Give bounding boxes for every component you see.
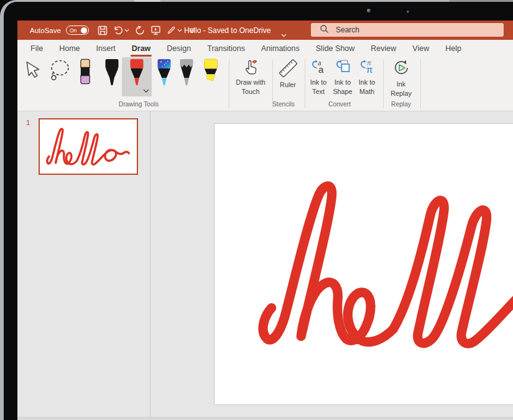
workspace: 1 [17,111,513,420]
autosave-label: AutoSave [30,27,61,34]
group-separator [229,59,229,108]
ribbon-tab-bar: File Home Insert Draw Design Transitions… [17,40,513,57]
tab-review[interactable]: Review [363,40,404,57]
quick-access-toolbar [98,25,196,35]
ink-to-shape-button[interactable]: Ink to Shape [330,59,356,96]
titlebar: AutoSave On [17,21,513,40]
select-tool-icon[interactable] [25,60,42,82]
tab-view[interactable]: View [404,40,437,57]
toggle-knob [81,27,87,34]
tab-design[interactable]: Design [159,40,199,57]
pen-options-chevron-icon[interactable] [143,84,149,95]
tab-animations[interactable]: Animations [253,40,308,57]
document-title[interactable]: Hello - Saved to OneDrive [184,21,270,40]
search-icon [320,24,329,36]
redo-icon[interactable] [135,26,145,35]
bottom-strip [17,417,513,420]
ruler-icon [279,59,297,80]
group-separator [420,59,421,108]
title-chevron-icon[interactable] [281,29,287,40]
tablet-device: AutoSave On [0,0,513,420]
powerpoint-window: AutoSave On [17,21,513,420]
tab-slide-show[interactable]: Slide Show [308,40,363,57]
autosave-toggle[interactable]: On [66,26,89,35]
touch-hand-icon [243,59,259,78]
pencil-icon[interactable] [178,58,195,90]
drawing-tools-group-label: Drawing Tools [98,101,179,108]
slide-thumbnail-selected[interactable] [39,118,138,175]
stencils-group-label: Stencils [265,101,302,108]
search-box[interactable] [311,23,504,37]
ink-to-math-button[interactable]: ππ Ink to Math [354,59,379,96]
save-icon[interactable] [98,26,108,35]
replay-group-label: Replay [382,101,420,108]
ink-to-text-button[interactable]: aa Ink to Text [306,59,331,96]
ruler-button[interactable]: Ruler [274,59,302,90]
draw-with-touch-button[interactable]: Draw with Touch [231,59,270,96]
slide-ink-hello [244,164,513,365]
search-input[interactable] [335,25,471,35]
pen-mode-icon[interactable] [167,26,182,35]
ink-to-shape-icon [335,59,351,78]
slide-thumbnail-panel: 1 [17,111,150,420]
tab-insert[interactable]: Insert [88,40,124,57]
camera-icon [367,9,371,12]
convert-group-label: Convert [321,101,358,108]
sensor-icon [407,11,409,13]
ink-to-text-icon: aa [310,59,326,78]
tab-help[interactable]: Help [437,40,469,57]
ink-replay-button[interactable]: Ink Replay [386,59,417,98]
pen-galaxy-icon[interactable] [155,58,173,90]
selected-tab-indicator [131,55,152,57]
slide-editing-surface[interactable] [214,123,513,405]
tablet-edge-segment [450,0,513,2]
undo-icon[interactable] [113,26,129,35]
pen-black-icon[interactable] [103,58,121,90]
group-separator [305,59,305,108]
tab-file[interactable]: File [22,40,51,57]
tablet-power-button [134,0,160,2]
tab-draw[interactable]: Draw [124,40,159,57]
present-from-beginning-icon[interactable] [150,25,161,35]
highlighter-yellow-icon[interactable] [202,58,220,87]
ink-replay-icon [392,59,410,80]
ink-to-math-icon: ππ [359,59,375,78]
lasso-select-icon[interactable] [48,60,71,83]
tab-transitions[interactable]: Transitions [199,40,253,57]
ribbon-draw-tab-content: Drawing Tools Draw with Touch Ruler Sten… [17,57,513,111]
tab-home[interactable]: Home [51,40,88,57]
eraser-icon[interactable] [79,58,91,88]
slide-number: 1 [26,119,30,126]
svg-text:a: a [318,64,324,75]
thumbnail-ink-hello [43,124,134,169]
autosave-state: On [70,27,81,34]
editing-canvas [150,111,513,420]
svg-text:π: π [366,64,372,75]
pen-red-selected[interactable] [122,57,152,96]
